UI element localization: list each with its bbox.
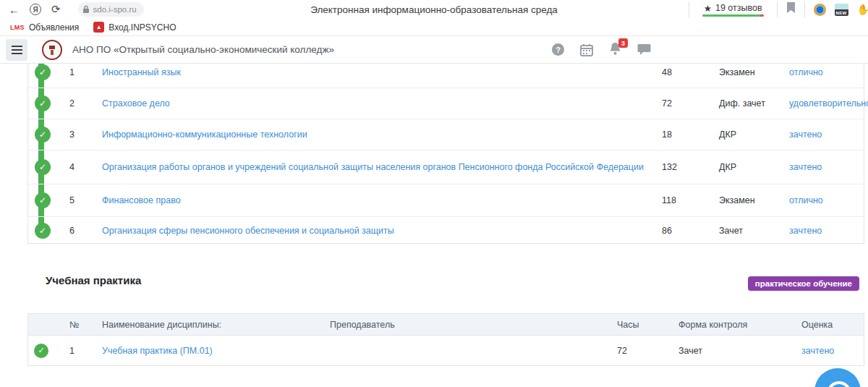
lock-icon	[82, 5, 90, 14]
discipline-link[interactable]: Иностранный язык	[102, 67, 181, 77]
table-row: ✓ 6 Организация сферы пенсионного обеспе…	[28, 216, 864, 244]
divider	[777, 1, 778, 17]
grade-link[interactable]: зачтено	[789, 226, 822, 236]
row-number: 3	[60, 129, 89, 140]
hours-value: 18	[662, 129, 719, 140]
extension-icon[interactable]	[814, 4, 826, 16]
col-number: №	[60, 320, 89, 330]
hours-value: 72	[590, 346, 651, 356]
chat-widget-button[interactable]	[814, 368, 861, 387]
bookmark-icon[interactable]	[786, 2, 796, 17]
practice-table: № Наименование дисциплины: Преподаватель…	[27, 313, 864, 366]
table-row: ✓ 5 Финансовое право 118 Экзамен отлично	[28, 184, 864, 216]
hours-value: 118	[662, 195, 719, 205]
url-text: sdo.i-spo.ru	[93, 5, 137, 14]
hours-value: 86	[662, 226, 719, 236]
completed-check-icon: ✓	[35, 95, 51, 111]
control-form: Зачет	[719, 226, 789, 236]
hand-icon[interactable]: ✋	[857, 4, 868, 15]
college-name: АНО ПО «Открытый социально-экономический…	[72, 44, 334, 55]
discipline-link[interactable]: Учебная практика (ПМ.01)	[102, 346, 213, 356]
discipline-link[interactable]: Организация сферы пенсионного обеспечени…	[102, 226, 394, 236]
table-row: ✓ 2 Страховое дело 72 Диф. зачет удовлет…	[28, 88, 864, 119]
discipline-link[interactable]: Финансовое право	[102, 195, 181, 205]
bookmark-label: Вход.INPSYCHO	[109, 22, 176, 33]
calendar-icon[interactable]	[580, 43, 593, 56]
section-title: Учебная практика	[46, 274, 141, 286]
reviews-button[interactable]: ★ 19 отзывов	[698, 3, 768, 17]
divider	[804, 1, 805, 17]
row-number: 6	[60, 226, 89, 236]
hours-value: 48	[662, 64, 719, 81]
control-form: ДКР	[719, 129, 789, 140]
address-bar[interactable]: sdo.i-spo.ru	[78, 2, 144, 17]
rating-bar	[702, 14, 764, 17]
yandex-icon[interactable]: Я	[30, 4, 41, 15]
notifications-bell-icon[interactable]: 3	[609, 42, 621, 58]
chat-icon[interactable]	[637, 43, 651, 56]
hours-value: 132	[662, 162, 719, 172]
control-form: Диф. зачет	[719, 98, 789, 109]
grade-link[interactable]: зачтено	[801, 346, 834, 356]
bookmark-label: Объявления	[29, 22, 79, 33]
table-header-row: № Наименование дисциплины: Преподаватель…	[28, 314, 864, 336]
hours-value: 72	[662, 98, 719, 109]
menu-icon[interactable]	[6, 39, 27, 61]
inpsycho-favicon: ▲	[93, 22, 104, 33]
completed-check-icon: ✓	[35, 127, 51, 143]
table-row: ✓ 1 Иностранный язык 48 Экзамен отлично	[28, 64, 864, 88]
completed-check-icon: ✓	[35, 223, 51, 239]
row-number: 2	[60, 98, 89, 109]
row-number: 5	[60, 195, 89, 205]
grade-link[interactable]: отлично	[789, 195, 823, 205]
discipline-link[interactable]: Информационно-коммуникационные технологи…	[102, 129, 307, 140]
bookmarks-bar: LMS Объявления ▲ Вход.INPSYCHO	[0, 19, 868, 36]
grade-link[interactable]: зачтено	[789, 129, 822, 140]
row-number: 1	[60, 64, 89, 81]
control-form: Зачет	[651, 346, 776, 356]
back-icon[interactable]: ←	[9, 4, 20, 16]
completed-check-icon: ✓	[35, 159, 51, 175]
grade-link[interactable]: отлично	[789, 67, 823, 77]
discipline-link[interactable]: Страховое дело	[102, 98, 170, 109]
control-form: ДКР	[719, 162, 789, 172]
control-form: Экзамен	[719, 195, 789, 205]
row-number: 1	[60, 346, 89, 356]
new-badge: NEW	[835, 11, 848, 15]
table-row: ✓ 1 Учебная практика (ПМ.01) 72 Зачет за…	[28, 336, 864, 365]
bookmark-item-lms[interactable]: LMS Объявления	[6, 22, 83, 33]
col-teacher: Преподаватель	[328, 320, 590, 330]
table-row: ✓ 4 Организация работы органов и учрежде…	[28, 150, 864, 184]
practice-badge: практическое обучение	[748, 276, 859, 291]
control-form: Экзамен	[719, 64, 789, 81]
completed-check-icon: ✓	[34, 344, 48, 358]
table-row: ✓ 3 Информационно-коммуникационные техно…	[28, 119, 864, 150]
completed-check-icon: ✓	[35, 192, 51, 208]
browser-chrome: ← Я ⟳ sdo.i-spo.ru Электронная информаци…	[0, 0, 868, 19]
col-discipline: Наименование дисциплины:	[89, 320, 328, 330]
new-extension-icon[interactable]: NEW	[835, 4, 848, 16]
discipline-link[interactable]: Организация работы органов и учреждений …	[102, 162, 644, 172]
refresh-icon[interactable]: ⟳	[51, 3, 61, 16]
college-logo	[42, 40, 62, 60]
notification-count-badge: 3	[618, 38, 628, 48]
col-control: Форма контроля	[651, 320, 776, 330]
lms-favicon: LMS	[10, 24, 25, 31]
grade-link[interactable]: удовлетворительно	[789, 98, 868, 109]
star-icon: ★	[704, 3, 712, 14]
grades-table: ✓ 1 Иностранный язык 48 Экзамен отлично …	[27, 64, 864, 244]
reviews-label: 19 отзывов	[715, 3, 762, 13]
row-number: 4	[60, 162, 89, 172]
col-grade: Оценка	[776, 320, 864, 330]
bookmark-item-inpsycho[interactable]: ▲ Вход.INPSYCHO	[89, 22, 180, 33]
grade-link[interactable]: зачтено	[789, 162, 822, 172]
help-icon[interactable]: ?	[552, 43, 564, 56]
app-header: АНО ПО «Открытый социально-экономический…	[0, 36, 868, 64]
completed-check-icon: ✓	[35, 64, 51, 80]
divider	[689, 1, 689, 17]
col-hours: Часы	[590, 320, 651, 330]
